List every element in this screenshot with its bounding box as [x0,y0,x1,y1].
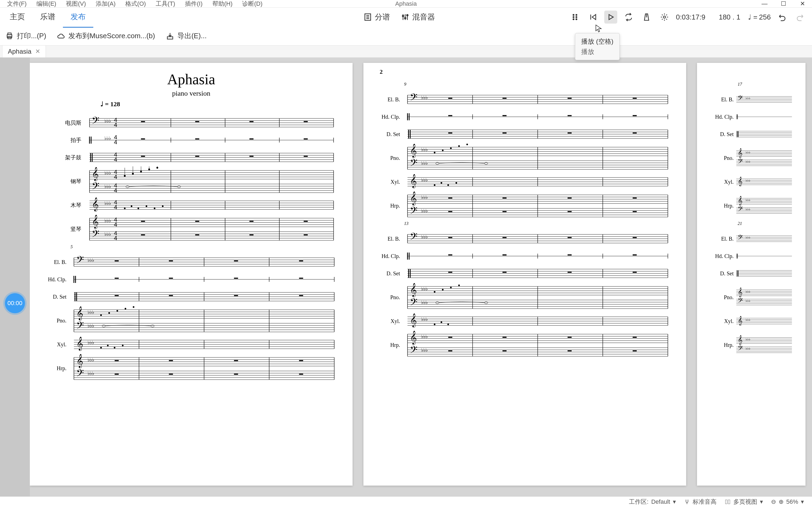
svg-text:𝄢: 𝄢 [92,115,99,128]
svg-text:𝄢: 𝄢 [92,228,99,242]
svg-text:━: ━ [195,153,199,160]
playback-time: 0:03:17:9 [676,13,714,21]
close-tab-icon[interactable]: ✕ [35,48,40,55]
svg-text:♭♭♭: ♭♭♭ [746,318,751,322]
svg-text:4: 4 [114,156,117,163]
view-mode-selector[interactable]: 多页视图 ▾ [725,498,763,506]
svg-text:━: ━ [502,95,507,102]
svg-text:♭♭♭: ♭♭♭ [421,347,428,353]
mixer-button[interactable]: 混音器 [401,12,435,22]
system-p3-1: El. B.𝄢♭♭♭ Hd. Clp. D. Set Pno.𝄞𝄢♭♭♭♭♭♭ … [711,91,792,221]
document-tab[interactable]: Aphasia ✕ [2,45,46,57]
play-tooltip: 播放 (空格) 播放 [575,33,620,60]
tab-publish[interactable]: 发布 [63,7,93,27]
close-button[interactable]: ✕ [793,0,812,8]
svg-point-222 [151,325,154,327]
settings-button[interactable] [658,11,671,23]
chevron-down-icon: ▾ [760,498,763,505]
print-icon [5,32,13,40]
svg-point-122 [154,208,155,209]
svg-point-454 [441,321,442,323]
svg-text:━: ━ [502,251,507,259]
svg-text:♭♭♭: ♭♭♭ [746,347,751,350]
publish-online-button[interactable]: 发布到MuseScore.com...(b) [57,31,155,41]
svg-text:♭♭♭: ♭♭♭ [104,184,111,189]
redo-button[interactable] [794,11,807,23]
svg-text:━: ━ [169,292,173,299]
svg-text:♭♭♭: ♭♭♭ [88,309,94,315]
svg-text:━: ━ [567,129,572,136]
play-button[interactable] [604,11,617,23]
svg-text:♭♭♭: ♭♭♭ [88,340,94,345]
svg-text:𝄞: 𝄞 [410,174,417,188]
system-p2-2: El. B.𝄢♭♭♭━━━━ Hd. Clp.━━━━ D. Set━━━━ P… [377,230,673,360]
svg-text:𝄢: 𝄢 [410,205,417,218]
minimize-button[interactable]: — [755,0,774,8]
svg-point-16 [663,16,666,18]
svg-text:♭♭♭: ♭♭♭ [104,170,111,176]
svg-point-453 [434,324,436,325]
svg-text:𝄞: 𝄞 [738,196,743,206]
score-page-2[interactable]: 2 9 El. B.𝄢♭♭♭━━━━ Hd. Clp.━━━━ D. Set━━… [363,63,686,486]
svg-text:♭♭♭: ♭♭♭ [746,179,751,182]
print-button[interactable]: 打印...(P) [5,31,46,41]
svg-text:𝄞: 𝄞 [410,144,417,158]
svg-text:𝄞: 𝄞 [76,306,83,321]
svg-text:𝄢: 𝄢 [738,234,743,243]
svg-point-12 [573,16,574,18]
svg-text:━: ━ [448,95,452,102]
svg-point-345 [441,182,442,184]
loop-button[interactable] [622,11,635,23]
svg-text:━: ━ [249,231,254,238]
score-canvas[interactable]: 00:00 Aphasia piano version ♩ = 128 电贝斯𝄢… [0,57,812,496]
window-title: Aphasia [395,0,417,7]
svg-text:━: ━ [169,257,173,265]
svg-text:♭♭♭: ♭♭♭ [421,95,428,100]
score-page-3[interactable]: 17 El. B.𝄢♭♭♭ Hd. Clp. D. Set Pno.𝄞𝄢♭♭♭♭… [697,63,806,486]
drag-handle-icon[interactable] [568,11,581,23]
svg-point-455 [448,324,449,325]
parts-button[interactable]: 分谱 [363,12,390,22]
export-button[interactable]: 导出(E)... [166,31,207,41]
svg-text:♭♭♭: ♭♭♭ [88,371,94,376]
svg-point-219 [125,308,126,309]
svg-text:━: ━ [502,347,507,354]
svg-text:𝄞: 𝄞 [76,354,83,368]
svg-point-236 [114,347,115,348]
svg-point-10 [573,14,574,15]
system-p3-2: El. B.𝄢♭♭♭ Hd. Clp. D. Set Pno.𝄞𝄢♭♭♭♭♭♭ … [711,230,792,360]
svg-text:4: 4 [114,173,117,180]
score-page-1[interactable]: Aphasia piano version ♩ = 128 电贝斯𝄢♭♭♭44━… [30,63,353,486]
svg-point-119 [131,206,132,207]
workspace-selector[interactable]: 工作区: Default ▾ [629,498,676,506]
chevron-down-icon: ▾ [673,498,676,505]
svg-text:4: 4 [114,121,117,128]
rewind-button[interactable] [587,11,599,23]
svg-text:𝄢: 𝄢 [410,158,417,171]
system-2: El. B.𝄢♭♭♭━━━━ Hd. Clp.━━━━ D. Set━━━━ P… [43,253,339,383]
svg-text:𝄢: 𝄢 [410,297,417,310]
zoom-out-icon[interactable]: ⊖ [771,498,776,505]
svg-text:━: ━ [448,194,452,202]
tuning-fork-icon [684,499,690,505]
svg-text:𝄢: 𝄢 [738,205,743,214]
svg-text:━: ━ [234,371,238,378]
svg-text:━: ━ [114,275,119,282]
svg-text:♭♭♭: ♭♭♭ [88,258,94,263]
svg-point-235 [107,345,109,346]
tab-score[interactable]: 乐谱 [33,7,63,27]
instrument-label: 木琴 [43,202,84,209]
svg-text:𝄢: 𝄢 [738,297,743,306]
metronome-button[interactable] [640,11,653,23]
svg-text:𝄞: 𝄞 [738,316,743,326]
svg-text:━: ━ [632,234,637,241]
concert-pitch-toggle[interactable]: 标准音高 [684,498,716,506]
zoom-in-icon[interactable]: ⊕ [779,498,783,505]
svg-point-123 [162,206,163,207]
tab-home[interactable]: 主页 [2,7,33,27]
zoom-control[interactable]: ⊖ ⊕ 56% ▾ [771,498,804,505]
svg-text:━: ━ [195,118,199,125]
svg-text:━: ━ [632,334,637,341]
undo-button[interactable] [776,11,789,23]
maximize-button[interactable]: ☐ [774,0,793,8]
